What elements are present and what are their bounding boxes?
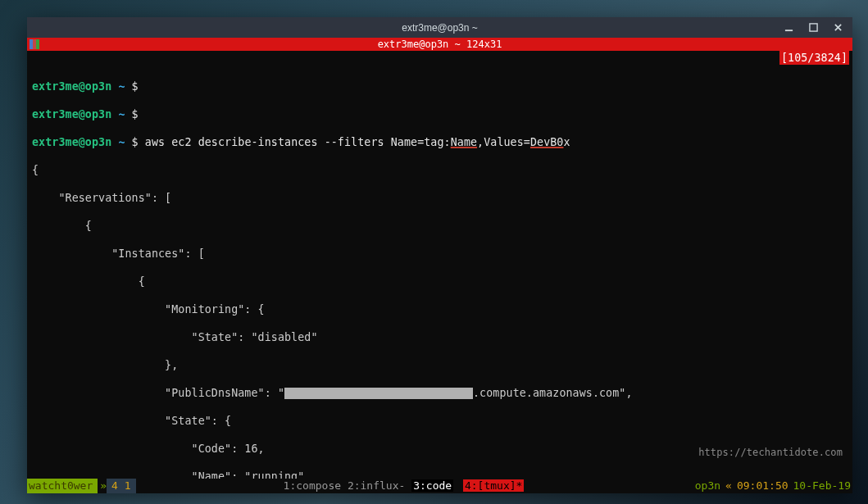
close-icon xyxy=(834,23,843,32)
output-line: }, xyxy=(32,358,848,372)
svg-rect-1 xyxy=(809,24,816,31)
watermark-text: https://techantidote.com xyxy=(698,446,843,460)
prompt-line: extr3me@op3n ~ $ xyxy=(32,107,848,121)
status-arrow: » xyxy=(98,479,107,493)
status-left: watcht0wer » 4 1 xyxy=(27,479,136,493)
prompt-line: extr3me@op3n ~ $ xyxy=(32,79,848,93)
terminal-window: extr3me@op3n ~ extr3me@op3n ~ 124x31 [10… xyxy=(27,17,852,493)
tmux-window-1[interactable]: 1:compose xyxy=(284,479,341,492)
status-right: op3n « 09:01:50 10-Feb-19 xyxy=(695,479,851,493)
window-titlebar[interactable]: extr3me@op3n ~ xyxy=(27,17,852,38)
status-time: 09:01:50 xyxy=(737,479,788,493)
status-host-right: op3n xyxy=(695,479,720,493)
status-session: 4 1 xyxy=(107,479,135,493)
output-line: { xyxy=(32,219,848,233)
maximize-icon xyxy=(809,23,818,32)
tmux-window-3[interactable]: 3:code xyxy=(411,479,453,492)
redacted-dns xyxy=(284,388,473,399)
prompt-user: extr3me@op3n xyxy=(32,80,111,93)
svg-rect-0 xyxy=(784,30,792,31)
tmux-window-4[interactable]: 4:[tmux]* xyxy=(463,479,524,492)
output-line: "Instances": [ xyxy=(32,247,848,261)
status-sep-icon: « xyxy=(725,479,732,493)
tmux-title-text: extr3me@op3n ~ 124x31 xyxy=(378,39,502,50)
tmux-title-bar: extr3me@op3n ~ 124x31 xyxy=(27,38,852,51)
window-title: extr3me@op3n ~ xyxy=(402,22,478,34)
output-line: "PublicDnsName": ".compute.amazonaws.com… xyxy=(32,386,848,400)
prompt-symbol: $ xyxy=(132,80,139,93)
output-line: "Name": "running" xyxy=(32,470,848,479)
tmux-window-2[interactable]: 2:influx- xyxy=(348,479,405,492)
output-line: "Reservations": [ xyxy=(32,191,848,205)
command-line: extr3me@op3n ~ $ aws ec2 describe-instan… xyxy=(32,135,848,149)
close-button[interactable] xyxy=(826,19,849,36)
minimize-button[interactable] xyxy=(777,19,800,36)
output-line: "State": "disabled" xyxy=(32,330,848,344)
status-hostname: watcht0wer xyxy=(27,479,98,493)
scroll-counter: [105/3824] xyxy=(779,51,849,65)
status-windows: 1:compose 2:influx- 3:code 4:[tmux]* xyxy=(284,479,525,493)
prompt-path: ~ xyxy=(118,80,125,93)
tmux-pane-icon xyxy=(30,39,39,49)
status-date: 10-Feb-19 xyxy=(793,479,851,493)
tmux-status-bar[interactable]: watcht0wer » 4 1 1:compose 2:influx- 3:c… xyxy=(27,479,852,493)
maximize-button[interactable] xyxy=(802,19,825,36)
output-line: { xyxy=(32,163,848,177)
output-line: "State": { xyxy=(32,414,848,428)
output-line: { xyxy=(32,275,848,288)
terminal-output[interactable]: [105/3824] extr3me@op3n ~ $ extr3me@op3n… xyxy=(27,51,852,479)
minimize-icon xyxy=(784,23,793,32)
output-line: "Monitoring": { xyxy=(32,302,848,316)
